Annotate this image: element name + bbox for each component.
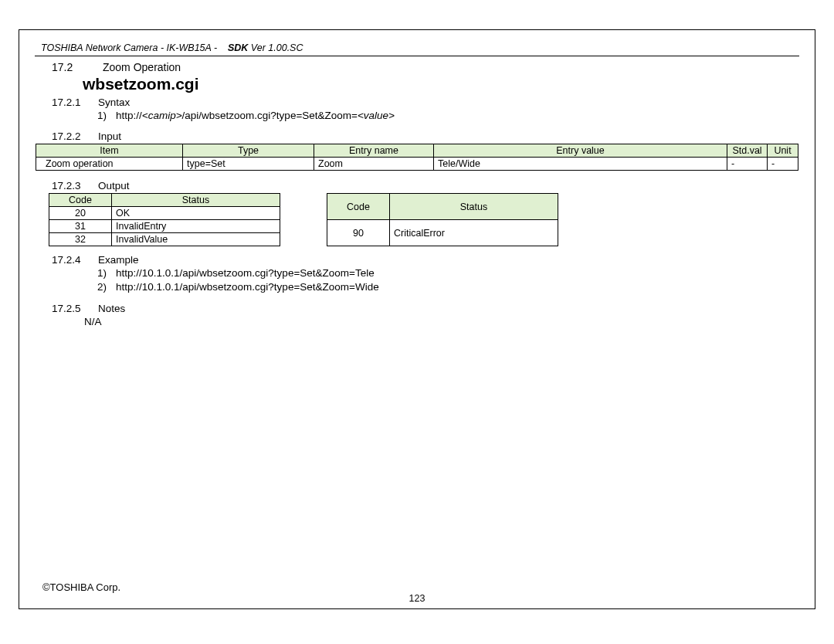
td-code: 90 <box>327 220 390 246</box>
notes-body: N/A <box>84 316 805 327</box>
td-unit: - <box>768 158 798 171</box>
notes-label: Notes <box>98 303 125 314</box>
th-status: Status <box>390 194 558 220</box>
section-number: 17.2 <box>52 61 84 73</box>
notes-heading: 17.2.5 Notes <box>52 303 805 314</box>
footer-copyright: ©TOSHIBA Corp. <box>42 581 120 593</box>
th-status: Status <box>112 194 280 207</box>
table-row: 90CriticalError <box>327 220 558 246</box>
example-label: Example <box>98 254 139 266</box>
th-type: Type <box>183 144 314 158</box>
notes-number: 17.2.5 <box>52 303 89 314</box>
td-code: 31 <box>49 220 112 233</box>
list-index: 1) <box>94 109 107 123</box>
example-number: 17.2.4 <box>52 254 89 266</box>
output-label: Output <box>98 180 130 192</box>
output-table-right: Code Status 90CriticalError <box>327 193 558 246</box>
syntax-number: 17.2.1 <box>52 97 89 108</box>
section-title: Zoom Operation <box>103 61 181 73</box>
table-row: 32InvalidValue <box>49 233 280 246</box>
syntax-item: 1) http://<camip>/api/wbsetzoom.cgi?type… <box>94 109 805 123</box>
td-status: CriticalError <box>390 220 558 246</box>
th-code: Code <box>49 194 112 207</box>
header-sdk-label: SDK <box>228 42 248 53</box>
syntax-heading: 17.2.1 Syntax <box>52 97 805 108</box>
example-item: 1) http://10.1.0.1/api/wbsetzoom.cgi?typ… <box>94 266 805 280</box>
th-entry-value: Entry value <box>434 144 727 158</box>
input-table: Item Type Entry name Entry value Std.val… <box>36 144 798 171</box>
td-status: OK <box>112 207 280 220</box>
td-item: Zoom operation <box>36 158 183 171</box>
section-heading: 17.2 Zoom Operation <box>52 61 805 73</box>
syntax-label: Syntax <box>98 97 130 108</box>
td-status: InvalidValue <box>112 233 280 246</box>
output-tables: Code Status 20OK 31InvalidEntry 32Invali… <box>49 193 805 246</box>
input-number: 17.2.2 <box>52 130 89 142</box>
doc-header: TOSHIBA Network Camera - IK-WB15A - SDK … <box>29 30 805 56</box>
header-product: TOSHIBA Network Camera - IK-WB15A - <box>41 42 217 53</box>
table-row: Zoom operation type=Set Zoom Tele/Wide -… <box>36 158 798 171</box>
td-value: Tele/Wide <box>434 158 727 171</box>
list-index: 1) <box>94 266 107 280</box>
th-stdval: Std.val <box>727 144 768 158</box>
example-list: 1) http://10.1.0.1/api/wbsetzoom.cgi?typ… <box>94 266 805 294</box>
table-header-row: Item Type Entry name Entry value Std.val… <box>36 144 798 158</box>
th-item: Item <box>36 144 183 158</box>
th-entry-name: Entry name <box>314 144 434 158</box>
td-name: Zoom <box>314 158 434 171</box>
td-code: 32 <box>49 233 112 246</box>
list-index: 2) <box>94 280 107 294</box>
header-sdk-ver: Ver 1.00.SC <box>251 42 303 53</box>
output-heading: 17.2.3 Output <box>52 180 805 192</box>
table-row: 20OK <box>49 207 280 220</box>
input-heading: 17.2.2 Input <box>52 130 805 142</box>
header-rule <box>35 56 799 56</box>
table-row: 31InvalidEntry <box>49 220 280 233</box>
output-number: 17.2.3 <box>52 180 89 192</box>
th-code: Code <box>327 194 390 220</box>
output-table-left: Code Status 20OK 31InvalidEntry 32Invali… <box>49 193 280 246</box>
syntax-text: http://<camip>/api/wbsetzoom.cgi?type=Se… <box>116 109 395 123</box>
td-std: - <box>727 158 768 171</box>
cgi-name: wbsetzoom.cgi <box>83 75 805 93</box>
example-item: 2) http://10.1.0.1/api/wbsetzoom.cgi?typ… <box>94 280 805 294</box>
td-code: 20 <box>49 207 112 220</box>
th-unit: Unit <box>768 144 798 158</box>
example-text: http://10.1.0.1/api/wbsetzoom.cgi?type=S… <box>116 266 375 280</box>
syntax-list: 1) http://<camip>/api/wbsetzoom.cgi?type… <box>94 109 805 123</box>
example-heading: 17.2.4 Example <box>52 254 805 266</box>
table-header-row: Code Status <box>49 194 280 207</box>
table-header-row: Code Status <box>327 194 558 220</box>
td-status: InvalidEntry <box>112 220 280 233</box>
example-text: http://10.1.0.1/api/wbsetzoom.cgi?type=S… <box>116 280 379 294</box>
page-frame: TOSHIBA Network Camera - IK-WB15A - SDK … <box>19 29 815 609</box>
td-type: type=Set <box>183 158 314 171</box>
footer-page-number: 123 <box>19 593 815 604</box>
input-label: Input <box>98 130 121 142</box>
